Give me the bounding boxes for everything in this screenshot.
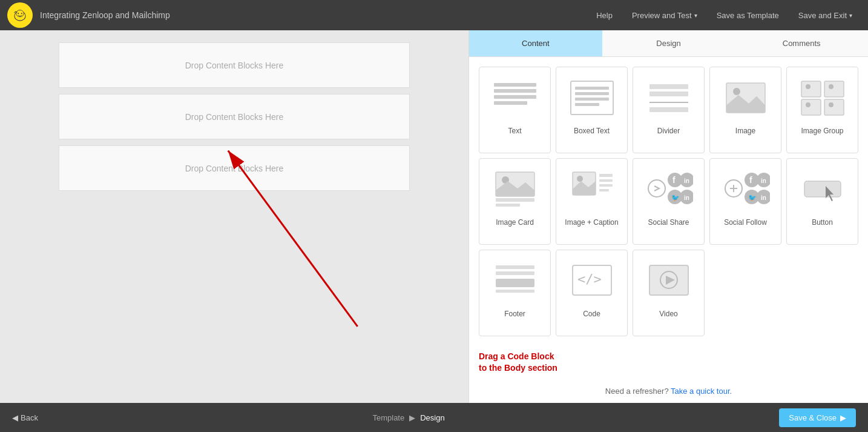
text-icon	[485, 73, 545, 122]
svg-point-29	[829, 102, 833, 107]
breadcrumb: Template ▶ Design	[38, 413, 779, 422]
mailchimp-logo	[7, 2, 33, 28]
save-close-button[interactable]: Save & Close ▶	[779, 408, 856, 427]
right-panel: Content Design Comments Text	[469, 30, 868, 403]
block-social-follow[interactable]: f 🐦 in in Social Follow	[709, 158, 781, 245]
svg-point-20	[733, 88, 740, 95]
block-social-share[interactable]: f 🐦 in in Social Share	[633, 158, 705, 245]
svg-text:in: in	[761, 194, 766, 201]
drop-zone-3[interactable]: Drop Content Blocks Here	[59, 145, 410, 191]
save-exit-button[interactable]: Save and Exit ▾	[790, 7, 861, 24]
svg-point-42	[648, 180, 665, 197]
svg-text:🐦: 🐦	[671, 193, 680, 202]
drop-zone-2[interactable]: Drop Content Blocks Here	[59, 94, 410, 139]
tab-design[interactable]: Design	[602, 30, 735, 56]
svg-text:in: in	[684, 194, 689, 201]
svg-rect-9	[494, 101, 527, 105]
divider-icon	[639, 73, 699, 122]
svg-rect-11	[575, 87, 609, 90]
block-boxed-text-label: Boxed Text	[574, 127, 610, 135]
block-image-card[interactable]: Image Card	[479, 158, 551, 245]
block-image-caption[interactable]: Image + Caption	[556, 158, 628, 245]
image-group-icon	[792, 73, 853, 122]
svg-point-36	[577, 176, 583, 182]
block-footer-label: Footer	[504, 310, 525, 318]
block-image-group[interactable]: Image Group	[786, 67, 858, 153]
block-social-follow-label: Social Follow	[724, 218, 767, 227]
social-share-icon: f 🐦 in in	[639, 165, 699, 213]
block-code[interactable]: </> Code	[556, 250, 628, 336]
block-text[interactable]: Text	[479, 67, 551, 153]
block-divider[interactable]: Divider	[633, 67, 705, 153]
page-title: Integrating Zenloop and Mailchimp	[40, 10, 588, 20]
drop-zone-1[interactable]: Drop Content Blocks Here	[59, 42, 410, 88]
bottombar: ◀ Back Template ▶ Design Save & Close ▶	[0, 403, 868, 432]
svg-rect-25	[824, 99, 844, 115]
svg-rect-13	[575, 98, 609, 101]
block-image-caption-label: Image + Caption	[565, 218, 618, 227]
svg-rect-22	[801, 81, 821, 97]
svg-point-26	[806, 84, 810, 89]
svg-rect-40	[599, 184, 613, 187]
back-button[interactable]: ◀ Back	[12, 413, 38, 422]
topbar: Integrating Zenloop and Mailchimp Help P…	[0, 0, 868, 30]
block-text-label: Text	[508, 127, 521, 135]
svg-rect-33	[496, 198, 534, 202]
svg-rect-62	[804, 181, 841, 197]
svg-text:in: in	[761, 178, 766, 184]
svg-text:f: f	[672, 175, 676, 185]
code-icon: </>	[562, 256, 622, 305]
chevron-down-icon: ▾	[849, 12, 852, 19]
svg-rect-6	[494, 83, 536, 87]
svg-point-3	[21, 13, 22, 14]
blocks-grid: Text Boxed Text	[469, 57, 868, 346]
svg-rect-39	[599, 179, 613, 182]
footer-icon	[485, 256, 545, 305]
svg-rect-66	[496, 279, 534, 287]
drag-hint: Drag a Code Block to the Body section	[469, 346, 868, 379]
boxed-text-icon	[562, 73, 622, 122]
chevron-down-icon: ▾	[694, 12, 697, 19]
refresher-text: Need a refresher? Take a quick tour.	[469, 379, 868, 403]
help-button[interactable]: Help	[588, 7, 621, 24]
image-card-icon	[485, 165, 545, 213]
video-icon	[639, 256, 699, 305]
topbar-actions: Help Preview and Test ▾ Save as Template…	[588, 7, 861, 24]
svg-point-27	[829, 84, 833, 89]
block-button-label: Button	[812, 218, 833, 227]
block-image[interactable]: Image	[709, 67, 781, 153]
block-divider-label: Divider	[657, 127, 680, 135]
block-footer[interactable]: Footer	[479, 250, 551, 336]
save-template-button[interactable]: Save as Template	[708, 7, 787, 24]
svg-rect-7	[494, 89, 536, 93]
svg-point-2	[18, 13, 19, 14]
svg-rect-14	[575, 103, 599, 106]
block-button[interactable]: Button	[786, 158, 858, 245]
svg-rect-24	[801, 99, 821, 115]
svg-text:in: in	[684, 178, 689, 184]
quick-tour-link[interactable]: Take a quick tour.	[671, 387, 732, 396]
svg-rect-23	[824, 81, 844, 97]
button-icon	[792, 165, 853, 213]
block-video-label: Video	[659, 310, 677, 318]
svg-text:</>: </>	[577, 271, 602, 287]
svg-rect-64	[496, 265, 534, 269]
svg-text:f: f	[749, 175, 752, 185]
block-social-share-label: Social Share	[648, 218, 689, 227]
svg-rect-15	[649, 84, 688, 89]
image-caption-icon	[562, 165, 622, 213]
block-video[interactable]: Video	[633, 250, 705, 336]
block-boxed-text[interactable]: Boxed Text	[556, 67, 628, 153]
svg-rect-12	[575, 92, 609, 95]
svg-rect-8	[494, 95, 536, 99]
tab-content[interactable]: Content	[469, 30, 602, 56]
svg-point-28	[806, 102, 810, 107]
canvas-area: Drop Content Blocks Here Drop Content Bl…	[0, 30, 469, 403]
block-image-card-label: Image Card	[496, 218, 534, 227]
preview-test-button[interactable]: Preview and Test ▾	[623, 7, 706, 24]
panel-tabs: Content Design Comments	[469, 30, 868, 57]
svg-rect-65	[496, 271, 534, 275]
main-content: Drop Content Blocks Here Drop Content Bl…	[0, 30, 868, 403]
tab-comments[interactable]: Comments	[735, 30, 868, 56]
block-image-group-label: Image Group	[801, 127, 843, 135]
